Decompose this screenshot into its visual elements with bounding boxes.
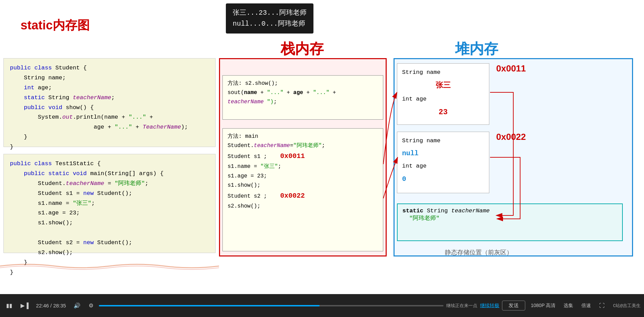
quality-button[interactable]: 1080P 高清 (528, 302, 558, 309)
static-field-name: teacherName (451, 208, 490, 214)
static-field: String (427, 208, 451, 214)
time-total: 28:35 (53, 303, 66, 308)
heap-obj2-val2: 0 (402, 172, 484, 186)
static-area-label: 静态存储位置（前灰区） (445, 248, 513, 256)
heap-obj1-val2: 23 (402, 105, 484, 120)
play-pause-button[interactable]: ▮▮ (3, 301, 15, 310)
progress-bar[interactable] (99, 305, 443, 306)
continue-link[interactable]: 继续转极 (480, 303, 499, 309)
static-area: static String teacherName "阿玮老师" (397, 203, 623, 241)
tooltip-line1: 张三...23...阿玮老师 (233, 8, 307, 18)
heap-object-1: String name 张三 int age 23 (397, 63, 489, 125)
time-current: 22:46 (36, 303, 49, 308)
code-panel-student: public class Student { String name; int … (3, 58, 216, 147)
heap-obj2-addr: 0x0022 (496, 132, 526, 142)
continue-label: 继续正在来一点 (446, 303, 477, 309)
settings-button[interactable]: ⚙ (86, 301, 96, 310)
stack-method-show: 方法: s2.show(); sout(name + "..." + age +… (222, 75, 383, 120)
bottom-bar: ▮▮ ▶▐ 22:46 / 28:35 🔊 ⚙ 继续正在来一点 继续转极 发送 … (0, 294, 644, 317)
heap-obj1-val1: 张三 (402, 78, 484, 94)
progress-bar-fill (99, 305, 320, 306)
static-keyword: static (402, 208, 423, 214)
heap-obj2-field1: String name (402, 135, 484, 146)
stack-method-main: 方法: main Student.teacherName="阿玮老师"; Stu… (222, 128, 383, 251)
tooltip: 张三...23...阿玮老师 null...0...阿玮老师 (226, 3, 313, 34)
heap-obj1-addr: 0x0011 (496, 63, 526, 74)
wave-decoration (0, 261, 219, 271)
main-content: 张三...23...阿玮老师 null...0...阿玮老师 static内存图… (0, 0, 644, 294)
static-val: "阿玮老师" (409, 215, 439, 222)
brand-label: C站@吉工美生 (613, 303, 641, 309)
skip-next-button[interactable]: ▶▐ (18, 301, 31, 310)
page-title: static内存图 (21, 17, 90, 34)
heap-obj2-field2: int age (402, 161, 484, 172)
volume-button[interactable]: 🔊 (71, 301, 83, 310)
heap-object-2: String name null int age 0 (397, 132, 489, 193)
heap-obj2-val1: null (402, 146, 484, 161)
code-panel-test: public class Test1Static { public static… (3, 154, 216, 253)
tooltip-line2: null...0...阿玮老师 (233, 18, 307, 29)
heap-obj1-field2: int age (402, 94, 484, 105)
select-button[interactable]: 选集 (561, 302, 576, 309)
stack-title: 栈内存 (281, 39, 324, 58)
time-display: 22:46 / 28:35 (36, 303, 66, 308)
speed-button[interactable]: 倍速 (579, 302, 594, 309)
send-button[interactable]: 发送 (502, 301, 525, 311)
fullscreen-button[interactable]: ⛶ (596, 301, 607, 310)
heap-title: 堆内存 (455, 39, 498, 58)
heap-obj1-field1: String name (402, 67, 484, 78)
